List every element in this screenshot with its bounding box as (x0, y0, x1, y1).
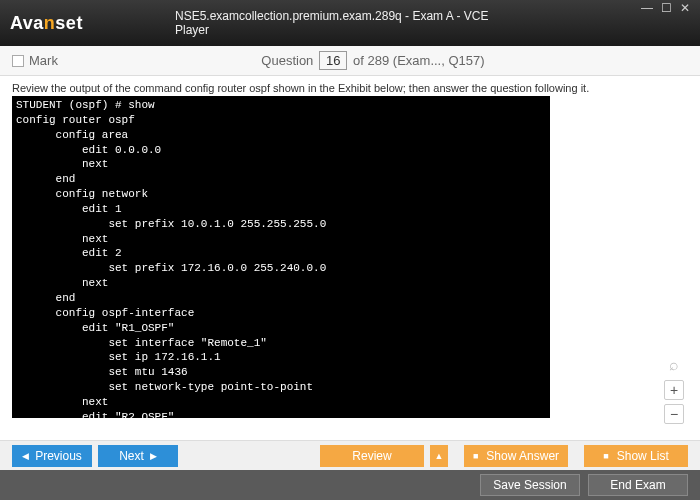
maximize-icon[interactable]: ☐ (657, 2, 676, 14)
save-session-button[interactable]: Save Session (480, 474, 580, 496)
show-answer-button[interactable]: Show Answer (464, 445, 568, 467)
close-icon[interactable]: ✕ (676, 2, 694, 14)
titlebar: Avanset NSE5.examcollection.premium.exam… (0, 0, 700, 46)
question-number: 16 (319, 51, 347, 70)
footer: Previous Next Review ▲ Show Answer Show … (0, 440, 700, 500)
content-area: Review the output of the command config … (0, 76, 700, 432)
question-bar: Mark Question 16 of 289 (Exam..., Q157) (0, 46, 700, 76)
zoom-reset-icon[interactable]: ⌕ (664, 356, 684, 376)
window-controls: — ☐ ✕ (637, 2, 694, 14)
zoom-controls: ⌕ + − (664, 356, 684, 424)
show-list-button[interactable]: Show List (584, 445, 688, 467)
question-prompt: Review the output of the command config … (12, 82, 688, 94)
mark-checkbox[interactable] (12, 55, 24, 67)
window-title: NSE5.examcollection.premium.exam.289q - … (175, 9, 525, 37)
minimize-icon[interactable]: — (637, 2, 657, 14)
previous-button[interactable]: Previous (12, 445, 92, 467)
app-logo: Avanset (10, 13, 83, 34)
footer-nav-row: Previous Next Review ▲ Show Answer Show … (0, 440, 700, 470)
mark-area[interactable]: Mark (12, 53, 58, 68)
footer-session-row: Save Session End Exam (0, 470, 700, 500)
question-indicator: Question 16 of 289 (Exam..., Q157) (58, 51, 688, 70)
mark-label: Mark (29, 53, 58, 68)
review-dropdown-button[interactable]: ▲ (430, 445, 448, 467)
zoom-in-button[interactable]: + (664, 380, 684, 400)
terminal-exhibit: STUDENT (ospf) # show config router ospf… (12, 96, 550, 418)
end-exam-button[interactable]: End Exam (588, 474, 688, 496)
next-button[interactable]: Next (98, 445, 178, 467)
zoom-out-button[interactable]: − (664, 404, 684, 424)
review-button[interactable]: Review (320, 445, 424, 467)
